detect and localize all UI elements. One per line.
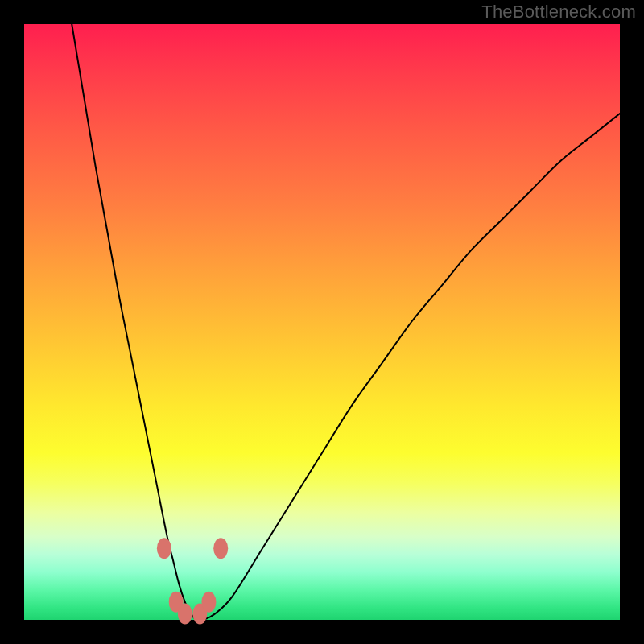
bottleneck-curve xyxy=(72,24,620,621)
curve-layer xyxy=(24,24,620,620)
curve-marker xyxy=(157,538,171,559)
curve-marker xyxy=(213,538,228,559)
watermark-text: TheBottleneck.com xyxy=(481,2,636,23)
plot-area xyxy=(24,24,620,620)
curve-marker xyxy=(178,604,192,625)
chart-frame: TheBottleneck.com xyxy=(0,0,644,644)
curve-marker xyxy=(201,592,216,613)
